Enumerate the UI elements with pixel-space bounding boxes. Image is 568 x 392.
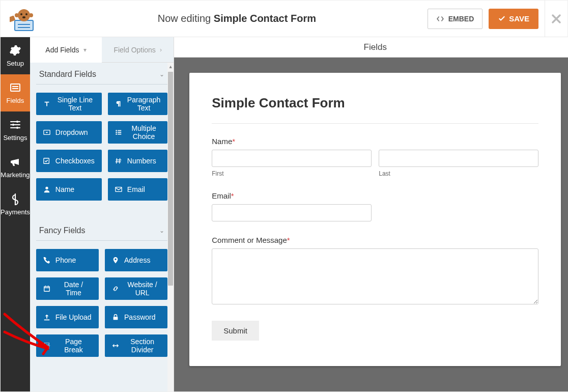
close-button[interactable]: [545, 1, 567, 37]
text-icon: [43, 100, 50, 107]
divider-icon: [112, 342, 119, 349]
fields-panel: Add Fields ▾ Field Options › Standard Fi…: [30, 37, 174, 391]
comment-label: Comment or Message*: [212, 236, 538, 244]
embed-button[interactable]: EMBED: [428, 9, 483, 29]
svg-rect-25: [116, 187, 122, 192]
field-phone[interactable]: Phone: [36, 249, 99, 271]
nav-payments-label: Payments: [1, 208, 30, 216]
field-file-upload[interactable]: File Upload: [36, 306, 99, 328]
tab-field-options-label: Field Options: [113, 46, 155, 54]
calendar-icon: [43, 285, 50, 292]
field-section-divider[interactable]: Section Divider: [105, 334, 167, 357]
field-website-url[interactable]: Website / URL: [105, 277, 167, 300]
nav-payments[interactable]: Payments: [1, 186, 30, 223]
save-label: SAVE: [509, 14, 529, 23]
page-title: Now editing Simple Contact Form: [46, 13, 428, 24]
form-field-name[interactable]: Name* First Last: [212, 137, 538, 177]
location-icon: [112, 257, 119, 264]
dropdown-icon: [43, 129, 50, 136]
nav-marketing-label: Marketing: [1, 171, 30, 179]
sliders-icon: [9, 119, 21, 131]
submit-button[interactable]: Submit: [212, 321, 259, 341]
svg-point-6: [22, 16, 25, 18]
name-label: Name*: [212, 137, 538, 146]
chevron-down-icon: ▾: [83, 46, 87, 53]
comment-textarea[interactable]: [212, 248, 538, 304]
form-name: Simple Contact Form: [214, 13, 316, 24]
first-sublabel: First: [212, 170, 372, 177]
preview-stage: Simple Contact Form Name* First Last: [174, 58, 568, 391]
close-icon: [551, 14, 561, 24]
section-fancy-title: Fancy Fields: [39, 226, 86, 235]
tab-field-options[interactable]: Field Options ›: [102, 37, 174, 63]
svg-rect-26: [44, 287, 50, 292]
checkbox-icon: [43, 157, 50, 164]
paragraph-icon: [115, 100, 122, 107]
svg-point-13: [16, 121, 18, 123]
nav-setup[interactable]: Setup: [1, 37, 30, 74]
email-input[interactable]: [212, 204, 372, 221]
chevron-right-icon: ›: [160, 46, 162, 53]
scrollbar[interactable]: ▲: [167, 63, 174, 391]
nav-marketing[interactable]: Marketing: [1, 149, 30, 186]
code-icon: [436, 15, 444, 23]
field-email[interactable]: Email: [108, 178, 167, 201]
wpforms-logo-icon: [10, 6, 37, 32]
email-label: Email*: [212, 191, 538, 200]
nav-fields-label: Fields: [7, 97, 24, 104]
svg-rect-22: [118, 134, 121, 135]
tab-add-fields[interactable]: Add Fields ▾: [30, 37, 102, 63]
field-single-line-text[interactable]: Single Line Text: [36, 93, 102, 115]
field-paragraph-text[interactable]: Paragraph Text: [108, 93, 167, 115]
section-fancy-fields[interactable]: Fancy Fields ⌄: [36, 219, 167, 241]
svg-point-17: [116, 130, 117, 131]
user-icon: [43, 186, 50, 193]
nav-fields[interactable]: Fields: [1, 74, 30, 111]
svg-rect-0: [15, 20, 33, 31]
link-icon: [112, 285, 119, 292]
svg-point-21: [116, 133, 117, 135]
preview-header: Fields: [174, 37, 568, 58]
top-actions: EMBED SAVE: [428, 9, 545, 29]
chevron-down-icon: ⌄: [159, 227, 164, 234]
field-date-time[interactable]: Date / Time: [36, 277, 99, 300]
field-address[interactable]: Address: [105, 249, 167, 271]
gear-icon: [9, 44, 21, 57]
first-name-input[interactable]: [212, 150, 372, 167]
svg-rect-20: [118, 132, 121, 133]
svg-point-14: [12, 124, 14, 126]
field-dropdown[interactable]: Dropdown: [36, 121, 102, 144]
fields-scroll-area[interactable]: Standard Fields ⌄ Single Line Text Parag…: [30, 63, 174, 391]
envelope-icon: [115, 186, 122, 193]
field-name[interactable]: Name: [36, 178, 102, 201]
form-field-email[interactable]: Email*: [212, 191, 538, 221]
field-checkboxes[interactable]: Checkboxes: [36, 150, 102, 172]
form-field-comment[interactable]: Comment or Message*: [212, 236, 538, 306]
save-button[interactable]: SAVE: [489, 9, 538, 29]
field-page-break[interactable]: Page Break: [36, 334, 99, 357]
last-name-input[interactable]: [379, 150, 538, 167]
field-password[interactable]: Password: [105, 306, 167, 328]
section-standard-fields[interactable]: Standard Fields ⌄: [36, 63, 167, 85]
dollar-icon: [9, 193, 21, 205]
side-nav: Setup Fields Settings Marketing: [1, 37, 30, 391]
field-numbers[interactable]: Numbers: [108, 150, 167, 172]
svg-point-7: [15, 13, 19, 17]
form-title: Simple Contact Form: [212, 95, 538, 111]
nav-settings-label: Settings: [3, 134, 27, 142]
hash-icon: [115, 157, 122, 164]
svg-rect-27: [113, 317, 118, 320]
scroll-up-arrow[interactable]: ▲: [167, 64, 174, 70]
panel-tabs: Add Fields ▾ Field Options ›: [30, 37, 174, 63]
svg-point-5: [25, 13, 27, 15]
phone-icon: [43, 257, 50, 264]
logo: [1, 6, 46, 32]
last-sublabel: Last: [379, 170, 538, 177]
svg-point-3: [18, 9, 30, 21]
field-multiple-choice[interactable]: Multiple Choice: [108, 121, 167, 144]
page-break-icon: [43, 342, 50, 349]
check-icon: [498, 15, 506, 23]
scrollbar-thumb[interactable]: [168, 72, 173, 286]
top-bar: Now editing Simple Contact Form EMBED SA…: [1, 1, 567, 37]
nav-settings[interactable]: Settings: [1, 111, 30, 149]
